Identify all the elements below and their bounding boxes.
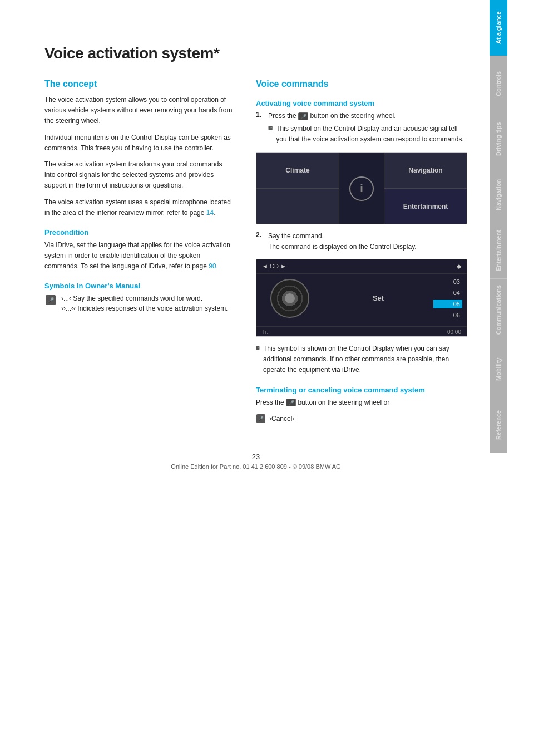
step2-number: 2. xyxy=(256,231,264,252)
screen2-right: 03 04 05 06 xyxy=(433,274,467,323)
sidebar-tab-at-a-glance[interactable]: At a glance xyxy=(490,0,507,56)
track-06: 06 xyxy=(433,311,462,320)
entertainment-cell: Entertainment xyxy=(384,189,467,224)
navigation-cell: Navigation xyxy=(384,153,467,189)
svg-text:🎤: 🎤 xyxy=(258,416,264,421)
paragraph3: The voice activation system transforms y… xyxy=(44,159,234,192)
track-03: 03 xyxy=(433,277,462,286)
symbol1-text: ›...‹ Say the specified commands word fo… xyxy=(61,293,228,313)
page-title: Voice activation system* xyxy=(44,45,467,62)
step2-content: Say the command. The command is displaye… xyxy=(268,231,417,252)
terminating-text: Press the 🎤 button on the steering wheel… xyxy=(256,397,467,408)
footer-text: Online Edition for Part no. 01 41 2 600 … xyxy=(44,463,467,470)
page14-link[interactable]: 14 xyxy=(206,209,214,217)
step2: 2. Say the command. The command is displ… xyxy=(256,231,467,252)
terminating-title: Terminating or canceling voice command s… xyxy=(256,386,467,394)
track-05-active: 05 xyxy=(433,300,462,308)
cancel-command: ›Cancel‹ xyxy=(269,414,294,424)
sidebar-tab-communications[interactable]: Communications xyxy=(490,278,507,341)
page-footer: 23 Online Edition for Part no. 01 41 2 6… xyxy=(44,441,467,475)
page90-link[interactable]: 90 xyxy=(209,262,216,270)
voice-icon-1: 🎤 xyxy=(44,294,57,306)
sidebar-tab-reference[interactable]: Reference xyxy=(490,397,507,453)
screen1-grid: Climate i Navigation Entertainment xyxy=(256,153,467,224)
paragraph2: Individual menu items on the Control Dis… xyxy=(44,132,234,154)
vinyl-center xyxy=(285,293,295,303)
svg-text:🎤: 🎤 xyxy=(47,297,55,304)
screen2-body: Set 03 04 05 06 xyxy=(256,274,467,323)
sidebar-tab-navigation[interactable]: Navigation xyxy=(490,167,507,223)
info-circle: i xyxy=(349,176,374,201)
track-icon: Tr. xyxy=(262,329,268,335)
step1-note: This symbol on the Control Display and a… xyxy=(276,124,467,145)
symbol-note-text: This symbol is shown on the Control Disp… xyxy=(263,343,467,376)
page-number: 23 xyxy=(44,453,467,461)
climate-cell: Climate xyxy=(256,153,339,189)
center-icon-cell: i xyxy=(339,153,384,224)
sidebar-tab-entertainment[interactable]: Entertainment xyxy=(490,223,507,278)
screen1-image: Climate i Navigation Entertainment C1DV4… xyxy=(256,152,467,224)
screen2-left xyxy=(256,274,323,323)
precondition-text: Via iDrive, set the language that applie… xyxy=(44,240,234,272)
symbol-note-row: 🎤 This symbol is shown on the Control Di… xyxy=(256,343,467,376)
time-display: 00:00 xyxy=(447,329,461,335)
symbols-title: Symbols in Owner's Manual xyxy=(44,282,234,290)
vinyl-disc xyxy=(270,279,309,318)
left-section-title: The concept xyxy=(44,79,234,89)
screen2-image: ◄ CD ► ◆ Set xyxy=(256,259,467,337)
screen2-center: Set xyxy=(323,274,433,323)
paragraph1: The voice activation system allows you t… xyxy=(44,95,234,127)
right-section-title: Voice commands xyxy=(256,79,467,89)
precondition-title: Precondition xyxy=(44,228,234,237)
paragraph4: The voice activation system uses a speci… xyxy=(44,197,234,218)
screen2-footer: Tr. 00:00 xyxy=(256,326,467,337)
screen2-header-right: ◆ xyxy=(457,263,461,270)
sidebar-tab-mobility[interactable]: Mobility xyxy=(490,341,507,397)
step1-number: 1. xyxy=(256,111,264,145)
screen2-display: ◄ CD ► ◆ Set xyxy=(256,259,467,337)
symbol-row-1: 🎤 ›...‹ Say the specified commands word … xyxy=(44,293,234,313)
activating-title: Activating voice command system xyxy=(256,99,467,107)
steering-btn-1: 🎤 xyxy=(298,112,308,120)
screen2-header-left: ◄ CD ► xyxy=(262,263,286,269)
sidebar: At a glance Controls Driving tips Naviga… xyxy=(490,0,507,756)
sidebar-tab-driving-tips[interactable]: Driving tips xyxy=(490,111,507,167)
cancel-row: 🎤 ›Cancel‹ xyxy=(256,414,467,424)
mic-symbol-icon: 🎤 xyxy=(256,343,260,352)
sidebar-tab-controls[interactable]: Controls xyxy=(490,56,507,111)
display-symbol-icon: 🎤 xyxy=(268,124,273,132)
step1: 1. Press the 🎤 button on the steering wh… xyxy=(256,111,467,145)
cancel-icon: 🎤 xyxy=(256,414,266,424)
steering-btn-2: 🎤 xyxy=(286,399,296,406)
step1-content: Press the 🎤 button on the steering wheel… xyxy=(268,111,467,145)
empty-cell-1 xyxy=(256,189,339,224)
track-04: 04 xyxy=(433,288,462,297)
screen2-header: ◄ CD ► ◆ xyxy=(256,259,467,274)
set-label: Set xyxy=(373,294,384,302)
